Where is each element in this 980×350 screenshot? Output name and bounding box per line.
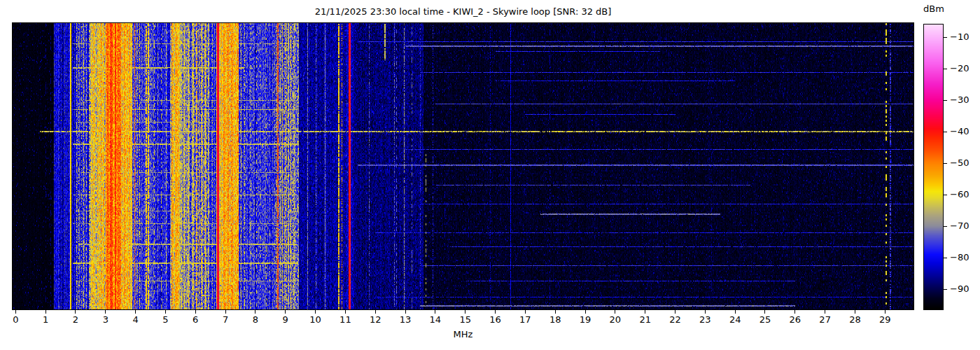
x-tick-mark	[764, 310, 765, 314]
colorbar-tick-mark	[944, 163, 947, 164]
colorbar-tick-label: −20	[950, 63, 978, 74]
x-tick-label: 18	[541, 314, 569, 325]
x-tick-label: 17	[511, 314, 539, 325]
x-tick-mark	[885, 310, 886, 314]
colorbar-tick-mark	[944, 226, 947, 227]
x-tick-mark	[255, 310, 255, 314]
x-tick-mark	[46, 310, 46, 314]
x-tick-mark	[375, 310, 376, 314]
x-tick-mark	[825, 310, 825, 314]
x-tick-label: 27	[811, 314, 839, 325]
x-tick-label: 10	[302, 314, 330, 325]
plot-title: 21/11/2025 23:30 local time - KIWI_2 - S…	[13, 6, 913, 18]
x-tick-label: 1	[31, 314, 59, 325]
x-tick-label: 12	[361, 314, 389, 325]
colorbar-tick-mark	[944, 258, 947, 258]
colorbar-tick-mark	[944, 132, 947, 132]
colorbar-tick-mark	[944, 69, 947, 69]
colorbar-tick-label: −50	[950, 158, 978, 169]
x-tick-mark	[285, 310, 286, 314]
x-tick-label: 23	[691, 314, 719, 325]
x-tick-label: 19	[571, 314, 599, 325]
x-tick-label: 15	[451, 314, 479, 325]
x-tick-label: 3	[92, 314, 120, 325]
x-tick-label: 0	[1, 314, 29, 325]
x-tick-label: 26	[781, 314, 809, 325]
x-tick-mark	[135, 310, 136, 314]
x-tick-mark	[345, 310, 346, 314]
x-tick-label: 13	[391, 314, 419, 325]
colorbar-tick-mark	[944, 289, 947, 290]
x-tick-mark	[555, 310, 556, 314]
x-tick-label: 20	[601, 314, 629, 325]
x-tick-label: 24	[721, 314, 749, 325]
x-tick-label: 5	[151, 314, 179, 325]
x-tick-mark	[735, 310, 736, 314]
x-tick-label: 8	[241, 314, 270, 325]
x-tick-mark	[105, 310, 106, 314]
x-tick-mark	[645, 310, 645, 314]
colorbar-tick-label: −70	[950, 220, 978, 232]
x-tick-mark	[315, 310, 316, 314]
x-tick-label: 28	[841, 314, 869, 325]
x-axis-label: MHz	[13, 329, 913, 340]
x-tick-mark	[465, 310, 465, 314]
x-tick-mark	[855, 310, 855, 314]
kiwisdr-waterfall-figure: 21/11/2025 23:30 local time - KIWI_2 - S…	[0, 0, 980, 350]
colorbar-tick-mark	[944, 100, 947, 101]
colorbar-tick-mark	[944, 37, 947, 38]
x-tick-mark	[435, 310, 435, 314]
x-tick-label: 2	[62, 314, 90, 325]
x-tick-label: 7	[211, 314, 239, 325]
x-tick-label: 29	[871, 314, 899, 325]
x-tick-mark	[585, 310, 586, 314]
x-tick-mark	[495, 310, 496, 314]
x-tick-label: 11	[331, 314, 359, 325]
x-tick-mark	[195, 310, 196, 314]
x-tick-label: 6	[181, 314, 209, 325]
x-tick-mark	[675, 310, 676, 314]
colorbar-tick-label: −80	[950, 252, 978, 263]
colorbar-tick-label: −60	[950, 189, 978, 200]
waterfall-plot-frame	[12, 22, 914, 310]
x-tick-label: 14	[421, 314, 449, 325]
colorbar-tick-label: −30	[950, 94, 978, 106]
colorbar-gradient	[924, 24, 943, 309]
x-tick-mark	[15, 310, 16, 314]
x-tick-mark	[225, 310, 226, 314]
x-tick-label: 22	[662, 314, 690, 325]
x-tick-mark	[794, 310, 795, 314]
colorbar-label: dBm	[916, 4, 952, 15]
colorbar-tick-label: −90	[950, 284, 978, 295]
x-tick-mark	[165, 310, 166, 314]
x-tick-mark	[75, 310, 76, 314]
x-tick-mark	[705, 310, 706, 314]
x-tick-mark	[615, 310, 615, 314]
x-tick-label: 4	[122, 314, 150, 325]
colorbar-tick-label: −40	[950, 126, 978, 137]
x-tick-mark	[405, 310, 406, 314]
waterfall-canvas	[13, 23, 913, 309]
x-tick-label: 9	[272, 314, 300, 325]
x-tick-mark	[525, 310, 526, 314]
colorbar-tick-mark	[944, 195, 947, 195]
colorbar-tick-label: −10	[950, 31, 978, 43]
colorbar-frame	[923, 24, 944, 310]
x-tick-label: 21	[631, 314, 659, 325]
x-tick-label: 25	[751, 314, 779, 325]
x-tick-label: 16	[482, 314, 510, 325]
